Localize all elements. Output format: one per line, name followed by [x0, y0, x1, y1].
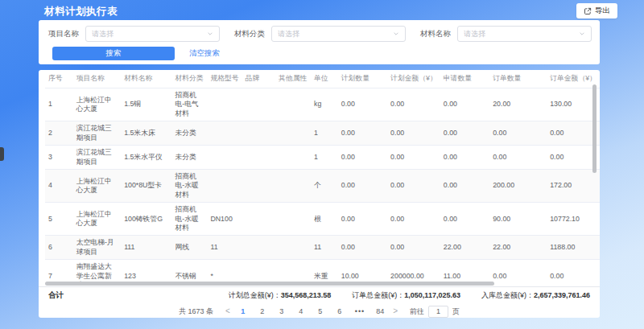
cell: 4: [45, 169, 73, 202]
filter-label-project-name: 项目名称: [48, 29, 79, 39]
cell: 1188.00: [547, 236, 600, 260]
column-header: 单位: [311, 70, 338, 88]
select-placeholder: 请选择: [464, 29, 485, 39]
goto-label: 前往: [410, 306, 424, 317]
cell: 0.00: [440, 146, 489, 170]
cell: 米重: [311, 260, 338, 282]
column-header: 材料分类: [171, 70, 207, 88]
cell: 0.00: [440, 121, 489, 146]
column-header: 项目名称: [73, 70, 121, 88]
summary-inbound-total-value: 2,657,339,761.46: [534, 291, 590, 299]
page-button-5[interactable]: 5: [316, 307, 324, 315]
chevron-down-icon: [393, 31, 399, 37]
cell: 200000.00: [387, 260, 440, 282]
select-project-name[interactable]: 请选择: [85, 26, 220, 42]
cell: [275, 121, 311, 146]
page-button-4[interactable]: 4: [297, 307, 305, 315]
filter-field-material-category: 材料分类请选择: [234, 26, 406, 42]
horizontal-scrollbar-thumb[interactable]: [45, 282, 494, 286]
page-button-84[interactable]: 84: [376, 307, 384, 315]
column-header: 品牌: [242, 70, 275, 88]
cell: [242, 121, 275, 146]
cell: [207, 88, 242, 121]
cell: DN100: [207, 203, 242, 236]
cell: [275, 88, 311, 121]
cell: 0.00: [338, 88, 387, 121]
cell: [275, 203, 311, 236]
page-button-2[interactable]: 2: [258, 307, 266, 315]
summary-order-total: 订单总金额(¥)：1,050,117,025.63: [352, 290, 460, 301]
column-header: 订单数量: [489, 70, 547, 88]
cell: 0.00: [440, 169, 489, 202]
table-row: 5上海松江中心大厦100铸铁管G招商机电-水暖材料DN100根0.000.000…: [45, 203, 600, 236]
total-count: 共 1673 条: [179, 306, 213, 317]
column-header: 申请数量: [440, 70, 489, 88]
summary-order-total-value: 1,050,117,025.63: [404, 291, 460, 299]
cell: [275, 260, 311, 282]
goto-page-input[interactable]: [428, 306, 448, 318]
cell: 172.00: [547, 169, 600, 202]
page-button-3[interactable]: 3: [278, 307, 286, 315]
cell: 111: [121, 236, 171, 260]
table-row: 4上海松江中心大厦100*8U型卡招商机电-水暖材料个0.000.000.002…: [45, 169, 600, 202]
cell: 200.00: [489, 169, 547, 202]
clear-search-link[interactable]: 清空搜索: [189, 48, 220, 59]
cell: 11: [207, 236, 242, 260]
cell: 0.00: [338, 169, 387, 202]
filter-actions: 搜索 清空搜索: [52, 47, 220, 60]
column-header: 规格型号: [207, 70, 242, 88]
cell: 6: [45, 236, 73, 260]
page-button-6[interactable]: 6: [336, 307, 344, 315]
search-button[interactable]: 搜索: [52, 47, 175, 60]
sidebar-collapse-handle[interactable]: [0, 147, 4, 161]
pagination-ellipsis[interactable]: •••: [355, 307, 365, 315]
export-label: 导出: [595, 6, 610, 16]
cell: 0.00: [387, 169, 440, 202]
cell: 0.00: [547, 260, 600, 282]
cell: 1: [311, 121, 338, 146]
page-button-1[interactable]: 1: [239, 307, 247, 315]
cell: 未分类: [171, 121, 207, 146]
table-row: 7南翔盛达大学生公寓新建123不锈钢*米重10.00200000.0011.00…: [45, 260, 600, 282]
table-row: 6太空电梯-月球项目111网线11110.000.0022.0022.00118…: [45, 236, 600, 260]
cell: 11.00: [440, 260, 489, 282]
cell: [242, 169, 275, 202]
cell: 招商机电-水暖材料: [171, 169, 207, 202]
cell: [275, 169, 311, 202]
summary-inbound-total-label: 入库总金额(¥)：: [481, 291, 534, 299]
goto-suffix: 页: [452, 306, 460, 317]
cell: 0.00: [489, 146, 547, 170]
table-row: 2滨江花城三期项目1.5米木床未分类10.000.000.000.000.00: [45, 121, 600, 146]
export-button[interactable]: 导出: [576, 3, 617, 19]
cell: [275, 236, 311, 260]
cell: 滨江花城三期项目: [73, 146, 121, 170]
summary-order-total-label: 订单总金额(¥)：: [352, 291, 404, 299]
table-header-row: 序号项目名称材料名称材料分类规格型号品牌其他属性单位计划数量计划金额（¥）申请数…: [45, 70, 600, 88]
column-header: 计划数量: [338, 70, 387, 88]
cell: 0.00: [338, 121, 387, 146]
cell: 个: [311, 169, 338, 202]
summary-inbound-total: 入库总金额(¥)：2,657,339,761.46: [481, 290, 590, 301]
cell: [242, 88, 275, 121]
vertical-scrollbar-thumb[interactable]: [592, 84, 597, 173]
cell: [207, 121, 242, 146]
table-row: 1上海松江中心大厦1.5铜招商机电-电气材料kg0.000.000.0020.0…: [45, 88, 600, 121]
summary-plan-total: 计划总金额(¥)：354,568,213.58: [229, 290, 332, 301]
chevron-down-icon: [207, 31, 213, 37]
cell: 0.00: [338, 203, 387, 236]
cell: *: [207, 260, 242, 282]
export-icon: [584, 7, 592, 15]
prev-page-button[interactable]: <: [224, 307, 232, 315]
cell: 太空电梯-月球项目: [73, 236, 121, 260]
cell: 22.00: [440, 236, 489, 260]
cell: [242, 236, 275, 260]
cell: [242, 203, 275, 236]
table-panel: 序号项目名称材料名称材料分类规格型号品牌其他属性单位计划数量计划金额（¥）申请数…: [39, 70, 600, 318]
filter-label-material-category: 材料分类: [234, 29, 265, 39]
cell: 0.00: [387, 236, 440, 260]
next-page-button[interactable]: >: [391, 307, 399, 315]
select-material-name[interactable]: 请选择: [457, 26, 592, 42]
cell: 网线: [171, 236, 207, 260]
select-material-category[interactable]: 请选择: [271, 26, 406, 42]
cell: 招商机电-电气材料: [171, 88, 207, 121]
